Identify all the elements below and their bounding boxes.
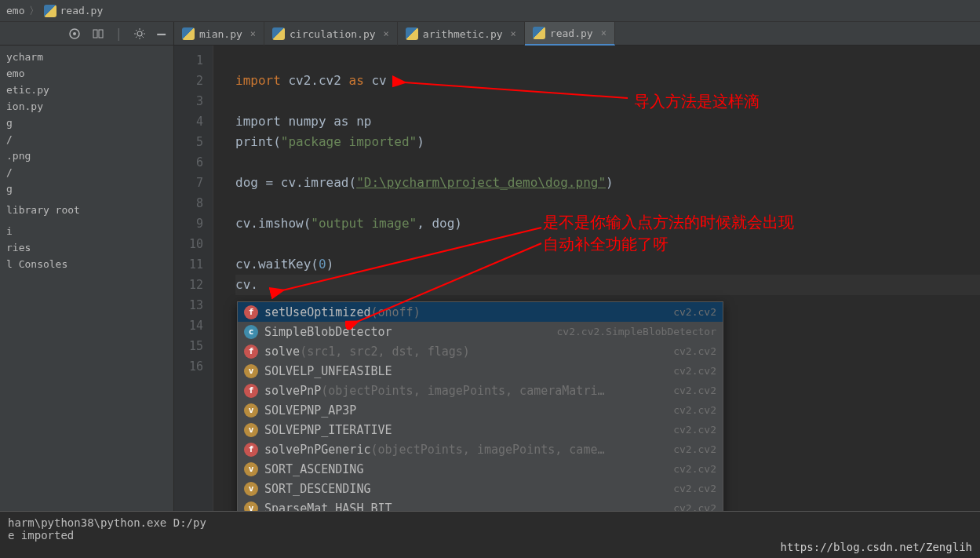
close-icon[interactable]: ×	[384, 28, 389, 39]
gear-icon[interactable]	[133, 27, 146, 40]
python-file-icon	[44, 5, 56, 17]
sidebar-item[interactable]: /	[0, 164, 173, 181]
target-icon[interactable]	[68, 27, 81, 40]
type-badge-icon: f	[244, 443, 258, 457]
completion-module: cv2.cv2	[673, 424, 716, 436]
completion-module: cv2.cv2.SimpleBlobDetector	[557, 326, 717, 337]
svg-rect-3	[99, 30, 103, 38]
completion-name: SOLVEPNP_ITERATIVE	[264, 423, 392, 437]
type-badge-icon: f	[244, 345, 258, 359]
close-icon[interactable]: ×	[511, 28, 516, 39]
project-sidebar[interactable]: ycharmemoetic.pyion.pyg/.png/glibrary ro…	[0, 46, 174, 511]
completion-name: solve	[264, 345, 300, 359]
completion-item[interactable]: fsolve(src1, src2, dst, flags)cv2.cv2	[238, 341, 723, 361]
line-number: 13	[174, 295, 203, 315]
completion-item[interactable]: fsolvePnP(objectPoints, imagePoints, cam…	[238, 381, 723, 400]
tab-mian-py[interactable]: mian.py×	[174, 22, 264, 46]
tab-label: arithmetic.py	[423, 28, 503, 40]
type-badge-icon: v	[244, 403, 258, 418]
completion-item[interactable]: vSORT_DESCENDINGcv2.cv2	[238, 479, 723, 498]
toolbar-row: | — mian.py×circulation.py×arithmetic.py…	[0, 22, 980, 46]
python-file-icon	[533, 27, 545, 39]
sidebar-item[interactable]: ycharm	[0, 49, 173, 65]
completion-params: (objectPoints, imagePoints, came…	[370, 443, 604, 457]
completion-module: cv2.cv2	[673, 365, 716, 377]
sidebar-item[interactable]: g	[0, 115, 173, 131]
sidebar-item[interactable]: g	[0, 181, 173, 197]
completion-item[interactable]: fsetUseOptimized(onoff)cv2.cv2	[238, 302, 723, 322]
breadcrumb-folder[interactable]: emo	[6, 5, 24, 16]
split-icon[interactable]	[92, 27, 104, 40]
breadcrumb: emo 〉 read.py	[0, 0, 980, 22]
completion-params: (src1, src2, dst, flags)	[300, 345, 470, 359]
close-icon[interactable]: ×	[250, 28, 256, 39]
completion-name: SOLVELP_UNFEASIBLE	[264, 364, 392, 378]
type-badge-icon: v	[244, 482, 258, 496]
completion-name: solvePnP	[264, 384, 321, 398]
editor-tabs: mian.py×circulation.py×arithmetic.py×rea…	[174, 22, 615, 46]
close-icon[interactable]: ×	[601, 27, 607, 38]
tab-read-py[interactable]: read.py×	[525, 22, 615, 46]
type-badge-icon: f	[244, 384, 258, 398]
completion-item[interactable]: vSOLVEPNP_ITERATIVEcv2.cv2	[238, 420, 723, 439]
line-number: 5	[174, 132, 203, 152]
line-number: 4	[174, 111, 203, 132]
completion-module: cv2.cv2	[673, 463, 716, 475]
collapse-icon[interactable]: —	[157, 25, 166, 42]
type-badge-icon: v	[244, 423, 258, 437]
sidebar-item[interactable]: .png	[0, 148, 173, 164]
type-badge-icon: v	[244, 462, 258, 476]
python-file-icon	[406, 27, 418, 40]
line-number: 14	[174, 315, 203, 336]
line-number: 8	[174, 193, 203, 213]
breadcrumb-file[interactable]: read.py	[60, 5, 103, 16]
tab-label: mian.py	[199, 28, 242, 40]
completion-name: SimpleBlobDetector	[264, 325, 392, 339]
annotation-2a: 是不是你输入点方法的时候就会出现	[543, 212, 794, 233]
completion-name: SORT_ASCENDING	[264, 462, 363, 476]
console-line: harm\python38\python.exe D:/py	[8, 516, 972, 529]
tab-label: read.py	[550, 27, 593, 39]
sidebar-item[interactable]: /	[0, 131, 173, 148]
completion-item[interactable]: fsolvePnPGeneric(objectPoints, imagePoin…	[238, 439, 723, 459]
completion-name: SORT_DESCENDING	[264, 482, 370, 496]
line-number: 2	[174, 71, 203, 91]
completion-module: cv2.cv2	[673, 404, 716, 416]
chevron-right-icon: 〉	[29, 4, 39, 18]
line-number: 11	[174, 254, 203, 275]
svg-rect-2	[93, 30, 97, 38]
sidebar-item[interactable]: emo	[0, 65, 173, 82]
type-badge-icon: f	[244, 305, 258, 319]
completion-module: cv2.cv2	[673, 483, 716, 494]
sidebar-item[interactable]: ries	[0, 239, 173, 256]
sidebar-item[interactable]: etic.py	[0, 82, 173, 98]
tab-arithmetic-py[interactable]: arithmetic.py×	[398, 22, 525, 46]
python-file-icon	[182, 27, 195, 40]
completion-module: cv2.cv2	[673, 345, 716, 357]
project-tools: | —	[0, 22, 174, 45]
sidebar-item[interactable]: l Consoles	[0, 256, 173, 272]
sidebar-item[interactable]: i	[0, 223, 173, 239]
type-badge-icon: c	[244, 325, 258, 339]
sidebar-item[interactable]: ion.py	[0, 98, 173, 115]
current-line: cv.	[235, 275, 980, 295]
console-line: e imported	[8, 529, 972, 542]
watermark: https://blog.csdn.net/Zenglih	[781, 541, 972, 553]
python-file-icon	[272, 27, 285, 40]
annotation-2b: 自动补全功能了呀	[543, 234, 669, 255]
line-number: 12	[174, 275, 203, 295]
line-number: 6	[174, 152, 203, 173]
completion-item[interactable]: cSimpleBlobDetectorcv2.cv2.SimpleBlobDet…	[238, 322, 723, 341]
tab-circulation-py[interactable]: circulation.py×	[264, 22, 398, 46]
completion-item[interactable]: vSOLVEPNP_AP3Pcv2.cv2	[238, 400, 723, 420]
line-number: 15	[174, 336, 203, 356]
sidebar-item[interactable]: library root	[0, 202, 173, 218]
line-number: 16	[174, 356, 203, 377]
completion-name: setUseOptimized	[264, 305, 370, 319]
completion-item[interactable]: vSOLVELP_UNFEASIBLEcv2.cv2	[238, 361, 723, 381]
completion-params: (onoff)	[370, 305, 420, 319]
line-number: 9	[174, 213, 203, 234]
type-badge-icon: v	[244, 364, 258, 378]
completion-name: solvePnPGeneric	[264, 443, 370, 457]
completion-item[interactable]: vSORT_ASCENDINGcv2.cv2	[238, 459, 723, 479]
